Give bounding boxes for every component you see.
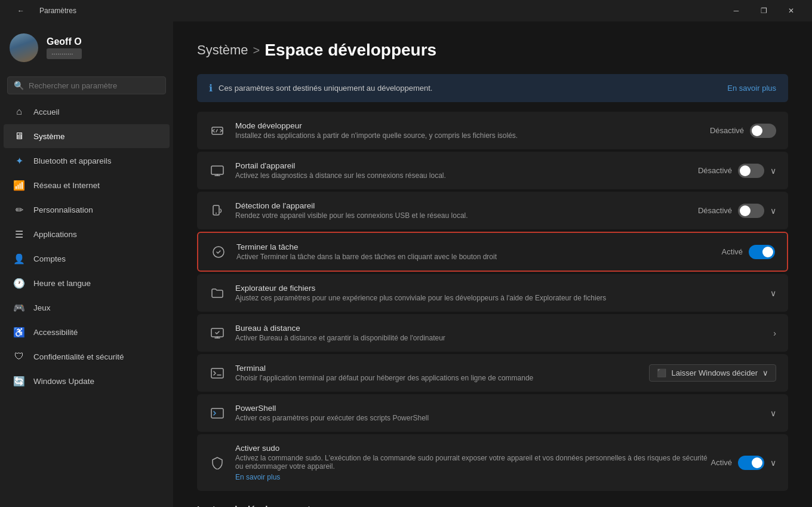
main-content: Système > Espace développeurs ℹ Ces para… (173, 21, 812, 507)
setting-desc: Activer Terminer la tâche dans la barre … (236, 253, 497, 261)
sidebar-item-accessibilite[interactable]: ♿ Accessibilité (4, 320, 170, 344)
setting-title: Bureau à distance (235, 324, 445, 333)
setting-bureau-distance: Bureau à distance Activer Bureau à dista… (197, 314, 788, 352)
setting-portail: Portail d'appareil Activez les diagnosti… (197, 152, 788, 189)
setting-title: Détection de l'appareil (235, 201, 468, 210)
maximize-button[interactable]: ❐ (750, 0, 777, 21)
sidebar-item-systeme[interactable]: 🖥 Système (4, 124, 170, 148)
sidebar-item-heure[interactable]: 🕐 Heure et langue (4, 271, 170, 295)
sudo-toggle[interactable] (738, 456, 764, 470)
search-input[interactable] (29, 81, 159, 90)
setting-title: Explorateur de fichiers (235, 284, 606, 293)
sidebar-item-applications[interactable]: ☰ Applications (4, 222, 170, 246)
setting-right: Désactivé ∨ (698, 164, 776, 178)
sidebar-item-personnalisation[interactable]: ✏ Personnalisation (4, 198, 170, 222)
setting-title: Terminer la tâche (236, 242, 497, 251)
sidebar-item-windows-update[interactable]: 🔄 Windows Update (4, 369, 170, 393)
profile-info: Geoff O ··········· (47, 36, 82, 59)
avatar (10, 33, 38, 62)
home-icon: ⌂ (13, 106, 25, 118)
sidebar-item-label: Accessibilité (33, 328, 78, 337)
sudo-icon (209, 454, 226, 471)
terminal-dropdown-label: Laisser Windows décider (671, 368, 758, 377)
sudo-chevron[interactable]: ∨ (770, 458, 776, 468)
accounts-icon: 👤 (13, 253, 25, 265)
update-icon: 🔄 (13, 375, 25, 387)
profile-sub: ··········· (47, 48, 82, 59)
setting-desc: Activer ces paramètres pour exécuter des… (235, 414, 429, 422)
privacy-icon: 🛡 (13, 351, 25, 362)
time-icon: 🕐 (13, 277, 25, 289)
sidebar-item-label: Confidentialité et sécurité (33, 352, 124, 361)
detection-chevron[interactable]: ∨ (770, 206, 776, 216)
search-box[interactable]: 🔍 (7, 76, 166, 94)
setting-title: Activer sudo (235, 444, 711, 453)
sidebar-item-jeux[interactable]: 🎮 Jeux (4, 296, 170, 319)
svg-rect-6 (211, 368, 223, 378)
setting-right: Activé ∨ (711, 456, 776, 470)
close-button[interactable]: ✕ (777, 0, 805, 21)
sidebar-item-comptes[interactable]: 👤 Comptes (4, 247, 170, 271)
setting-title: PowerShell (235, 404, 429, 413)
minimize-button[interactable]: ─ (722, 0, 750, 21)
mode-dev-toggle[interactable] (750, 124, 776, 138)
setting-left: PowerShell Activer ces paramètres pour e… (209, 404, 770, 422)
portail-chevron[interactable]: ∨ (770, 166, 776, 176)
sidebar-item-label: Bluetooth et appareils (33, 156, 112, 165)
system-icon: 🖥 (13, 130, 25, 142)
terminal-icon-small: ⬛ (657, 368, 666, 377)
sidebar-item-confidentialite[interactable]: 🛡 Confidentialité et sécurité (4, 345, 170, 368)
setting-text: Portail d'appareil Activez les diagnosti… (235, 161, 446, 180)
search-icon: 🔍 (14, 81, 24, 90)
app-body: Geoff O ··········· 🔍 ⌂ Accueil 🖥 Systèm… (0, 21, 812, 507)
sidebar-item-label: Comptes (33, 254, 66, 263)
setting-desc: Ajustez ces paramètres pour une expérien… (235, 294, 606, 302)
setting-text: Terminer la tâche Activer Terminer la tâ… (236, 242, 497, 261)
titlebar-title: Paramètres (39, 7, 76, 15)
terminer-icon (210, 244, 227, 260)
back-button[interactable]: ← (7, 0, 35, 21)
powershell-chevron[interactable]: ∨ (770, 408, 776, 418)
sidebar-item-accueil[interactable]: ⌂ Accueil (4, 100, 170, 124)
setting-left: Bureau à distance Activer Bureau à dista… (209, 324, 773, 342)
setting-text: Bureau à distance Activer Bureau à dista… (235, 324, 445, 342)
setting-text: Mode développeur Installez des applicati… (235, 121, 518, 140)
sidebar: Geoff O ··········· 🔍 ⌂ Accueil 🖥 Systèm… (0, 21, 173, 507)
explorateur-chevron[interactable]: ∨ (770, 288, 776, 298)
profile-row: Geoff O ··········· (10, 33, 82, 62)
portail-toggle[interactable] (738, 164, 764, 178)
setting-text: Terminal Choisir l'application terminal … (235, 364, 533, 382)
minimize-icon: ─ (734, 7, 739, 15)
sidebar-item-label: Réseau et Internet (33, 181, 100, 190)
setting-right: Désactivé (710, 124, 776, 138)
sidebar-item-label: Heure et langue (33, 279, 91, 288)
svg-rect-0 (212, 127, 223, 134)
terminer-tache-toggle[interactable] (749, 245, 775, 259)
setting-terminal: Terminal Choisir l'application terminal … (197, 354, 788, 392)
info-learn-more-link[interactable]: En savoir plus (727, 84, 776, 93)
terminal-dropdown[interactable]: ⬛ Laisser Windows décider ∨ (649, 364, 776, 382)
dev-mode-icon (209, 122, 226, 139)
setting-right: ∨ (770, 288, 776, 298)
setting-text: PowerShell Activer ces paramètres pour e… (235, 404, 429, 422)
breadcrumb-separator: > (253, 44, 260, 57)
bureau-arrow[interactable]: › (773, 328, 776, 338)
sidebar-item-reseau[interactable]: 📶 Réseau et Internet (4, 173, 170, 197)
sidebar-profile: Geoff O ··········· (0, 21, 173, 72)
info-banner-left: ℹ Ces paramètres sont destinés uniquemen… (209, 82, 432, 94)
setting-powershell: PowerShell Activer ces paramètres pour e… (197, 394, 788, 432)
setting-explorateur: Explorateur de fichiers Ajustez ces para… (197, 274, 788, 312)
setting-desc: Activez les diagnostics à distance sur l… (235, 171, 446, 180)
setting-desc: Rendez votre appareil visible pour les c… (235, 211, 468, 220)
apps-icon: ☰ (13, 228, 25, 240)
sidebar-item-bluetooth[interactable]: ✦ Bluetooth et appareils (4, 149, 170, 173)
info-text: Ces paramètres sont destinés uniquement … (219, 84, 432, 93)
setting-mode-dev: Mode développeur Installez des applicati… (197, 112, 788, 149)
gaming-icon: 🎮 (13, 302, 25, 314)
svg-rect-1 (211, 166, 223, 174)
profile-name: Geoff O (47, 36, 82, 47)
detection-toggle[interactable] (738, 204, 764, 218)
setting-title: Terminal (235, 364, 533, 373)
sudo-learn-more-link[interactable]: En savoir plus (235, 473, 711, 481)
info-icon: ℹ (209, 82, 213, 94)
